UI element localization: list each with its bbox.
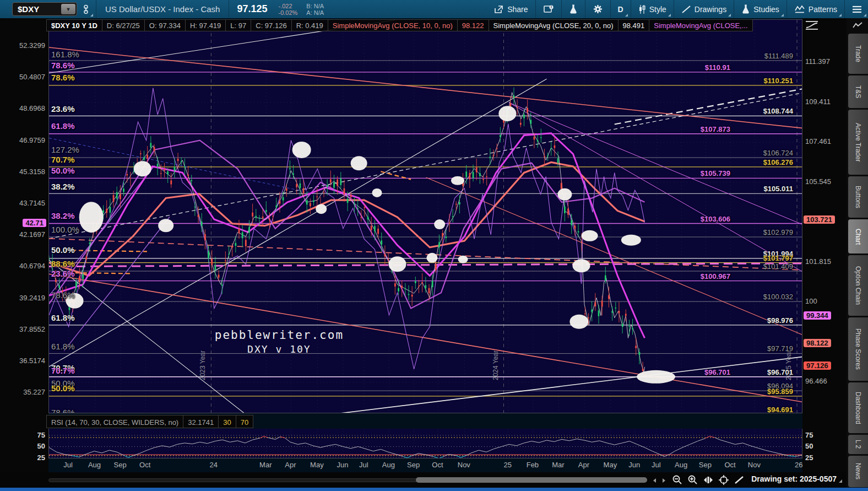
sidebar-tab-trade[interactable]: Trade xyxy=(848,34,868,74)
fib-level-label: 100.0% xyxy=(51,224,79,234)
instrument-description: US Dollar/USDX - Index - Cash xyxy=(97,4,227,14)
toolbar-divider xyxy=(535,0,536,18)
rsi-axis-tick: 50 xyxy=(37,442,45,450)
time-axis-label: Oct xyxy=(432,461,443,469)
sidebar-tab-active-trader[interactable]: Active Trader xyxy=(848,110,868,174)
zoom-in-button[interactable] xyxy=(686,474,699,486)
symbol-selector[interactable]: $DXY ▼ xyxy=(12,2,77,16)
chart-mode-icon[interactable] xyxy=(804,20,820,31)
rsi-canvas[interactable] xyxy=(49,429,802,458)
symbol-link-icon[interactable] xyxy=(77,0,95,18)
sidebar-chart-icon[interactable] xyxy=(847,18,868,33)
sma10-label[interactable]: SimpleMovingAvg (CLOSE, 10, 0, no) xyxy=(328,19,458,31)
sidebar-tab-news[interactable]: News xyxy=(848,456,868,487)
rsi-plot[interactable] xyxy=(48,429,802,458)
chart-menu-button[interactable] xyxy=(846,0,868,18)
time-axis-label: Mar xyxy=(259,461,272,469)
left-axis-tick: 46.9759 xyxy=(19,136,45,144)
sidebar-tab-l-2[interactable]: L 2 xyxy=(848,435,868,454)
sma20-label[interactable]: SimpleMovingAvg (CLOSE, 20, 0, no) xyxy=(489,19,619,31)
right-axis-tick: 96.466 xyxy=(805,377,827,385)
patterns-button[interactable]: Patterns xyxy=(788,0,843,18)
fib-level-label: 50.0% xyxy=(51,245,75,254)
time-axis-label: Aug xyxy=(382,461,395,469)
sma20-value: 98.491 xyxy=(618,19,650,31)
ohlc-date: D: 6/27/25 xyxy=(102,19,145,31)
toolbar-divider xyxy=(561,0,562,18)
time-axis-label: May xyxy=(604,461,617,469)
toolbar-divider xyxy=(786,0,787,18)
right-axis-tick: 109.411 xyxy=(805,98,831,106)
sidebar-tab-dashboard[interactable]: Dashboard xyxy=(848,382,868,433)
sidebar-tab-buttons[interactable]: Buttons xyxy=(848,176,868,218)
rsi-axis-tick: 75 xyxy=(37,431,45,439)
right-sidebar: TradeT&SActive TraderButtonsChartOption … xyxy=(847,18,868,488)
sma10-value: 98.122 xyxy=(457,19,489,31)
main-chart-canvas[interactable] xyxy=(49,20,802,413)
fib-level-label: 38.2% xyxy=(51,181,75,191)
report-info-icon: i xyxy=(543,4,554,14)
sidebar-tab-phase-scores[interactable]: Phase Scores xyxy=(848,317,868,381)
timeframe-button[interactable]: D xyxy=(612,0,630,18)
price-level-label: $100.967 xyxy=(701,272,730,280)
right-axis-badge: 99.344 xyxy=(804,311,831,320)
drawing-set-selector[interactable]: Drawing set: 2025-0507 xyxy=(751,474,837,483)
time-axis-label: Oct xyxy=(139,461,150,469)
time-axis-label: Jul xyxy=(359,461,368,469)
sma3-label[interactable]: SimpleMovingAvg (CLOSE,... xyxy=(649,19,752,31)
style-button[interactable]: Style xyxy=(632,0,672,18)
chart-header: $DXY 10 Y 1D D: 6/27/25 O: 97.334 H: 97.… xyxy=(47,19,753,31)
price-level-label: $97.719 xyxy=(767,344,793,353)
ohlc-close: C: 97.126 xyxy=(251,19,291,31)
scroll-left-icon[interactable] xyxy=(652,477,658,484)
sidebar-tab-option-chain[interactable]: Option Chain xyxy=(848,255,868,315)
price-level-label: $100.032 xyxy=(763,293,793,301)
studies-button[interactable]: Studies xyxy=(735,0,785,18)
chart-scrollbar-thumb[interactable] xyxy=(416,477,647,483)
watermark: pebblewriter.com DXY v 10Y xyxy=(215,328,344,355)
fib-level-label: 23.6% xyxy=(51,268,75,278)
drawing-tool-button[interactable] xyxy=(733,474,746,486)
trading-app-window: $DXY ▼ US Dollar/USDX - Index - Cash 97.… xyxy=(0,0,868,491)
share-button[interactable]: Share xyxy=(487,0,534,18)
time-axis-label: Jul xyxy=(652,461,661,469)
scroll-right-icon[interactable] xyxy=(660,477,667,484)
time-axis-label: Jun xyxy=(337,461,348,469)
time-axis-label: 24 xyxy=(210,461,218,469)
price-level-label: $106.724 xyxy=(763,148,793,157)
sidebar-tab-chart[interactable]: Chart xyxy=(848,219,868,254)
zoom-out-button[interactable] xyxy=(671,474,684,486)
window-edge xyxy=(0,488,868,491)
time-axis-label: Oct xyxy=(724,461,735,469)
drawings-button[interactable]: Drawings xyxy=(675,0,733,18)
fib-level-label: 23.6% xyxy=(51,104,75,113)
corporate-actions-button[interactable]: i xyxy=(537,0,560,18)
year-line-label: 2023 Year xyxy=(199,350,207,380)
time-axis-label: Mar xyxy=(552,461,564,469)
left-axis-badge: 42.71 xyxy=(23,219,46,227)
right-axis-badge: 98.122 xyxy=(804,339,831,347)
fib-level-label: 78.6% xyxy=(51,61,75,70)
left-axis-tick: 36.5174 xyxy=(19,357,45,365)
rsi-label[interactable]: RSI (14, 70, 30, CLOSE, WILDERS, no) xyxy=(46,415,183,428)
auto-scale-button[interactable] xyxy=(702,474,715,486)
left-axis-tick: 37.8552 xyxy=(19,325,45,333)
price-level-label: $96.701 xyxy=(704,368,730,376)
analyze-button[interactable] xyxy=(563,0,584,18)
time-axis-label: Sep xyxy=(407,461,420,469)
time-axis-label: 25 xyxy=(503,461,511,469)
sidebar-tab-t-s[interactable]: T&S xyxy=(848,75,868,109)
symbol-dropdown-button[interactable]: ▼ xyxy=(61,4,75,14)
ohlc-open: O: 97.334 xyxy=(144,19,186,31)
pan-button[interactable] xyxy=(717,474,730,486)
price-level-label: $105.011 xyxy=(763,185,793,193)
rsi-high-level: 70 xyxy=(236,415,253,428)
fib-level-label: 78.6% xyxy=(51,408,75,413)
main-plot[interactable]: pebblewriter.com DXY v 10Y 2023 Year2024… xyxy=(48,19,802,413)
toolbar-divider xyxy=(734,0,734,18)
left-axis-tick: 35.227 xyxy=(23,388,45,396)
chart-settings-button[interactable] xyxy=(587,0,609,18)
menu-icon xyxy=(852,6,862,13)
svg-text:i: i xyxy=(551,5,552,9)
rsi-axis-tick: 50 xyxy=(805,442,813,450)
